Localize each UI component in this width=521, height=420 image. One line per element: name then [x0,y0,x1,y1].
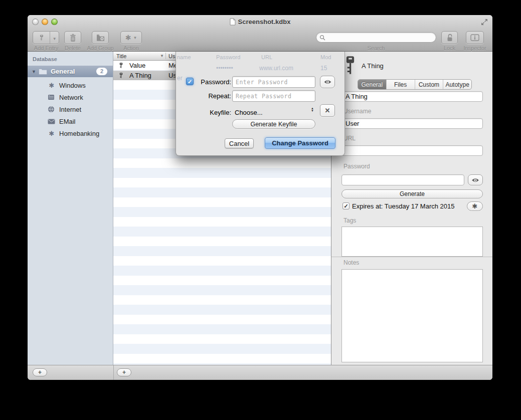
show-password-button[interactable] [468,174,483,185]
search-field[interactable] [316,32,436,43]
close-icon: ✕ [325,107,330,114]
key-icon [118,62,124,69]
window-title-area: Screenshot.kdbx [28,15,492,29]
gear-icon: ✱ [48,130,56,137]
show-password-button[interactable] [320,76,335,88]
inspector-entry-title: A Thing [362,62,384,70]
ghost-modified-value: 15 [320,65,327,72]
sidebar-item-email[interactable]: EMail [28,115,113,127]
toolbar: ▼ Add Entry Delete Add Group ✱ ▼ A [28,29,492,52]
bottom-bar: + + [28,365,492,380]
ghost-column-url: URL [261,54,272,60]
title-field[interactable] [341,91,483,102]
username-field[interactable] [341,118,483,129]
entry-title: A Thing [129,72,151,79]
lock-button[interactable] [441,31,458,44]
ghost-url-value: www.url.com [259,65,293,72]
entry-count-badge: 2 [96,68,107,75]
add-entry-footer-button[interactable]: + [117,368,131,376]
document-icon [230,18,236,26]
divider [331,257,492,257]
sidebar-item-windows[interactable]: ✱ Windows [28,79,113,91]
tab-autotype[interactable]: Autotype [443,80,471,89]
eye-icon [323,79,332,85]
sidebar-item-network[interactable]: Network [28,91,113,103]
gear-icon: ✱ [472,202,478,210]
sidebar-group-general[interactable]: ▼ General 2 [28,66,113,77]
add-entry-button[interactable]: ▼ [33,31,59,44]
sidebar-section-header: Database [33,56,57,62]
add-group-label: Add Group [78,45,123,51]
generate-password-button[interactable]: Generate [341,189,483,198]
url-field[interactable] [341,145,483,156]
sidebar-item-internet[interactable]: Internet [28,103,113,115]
generate-keyfile-button[interactable]: Generate Keyfile [232,119,315,129]
chevron-down-icon: ▼ [133,36,137,40]
add-group-footer-button[interactable]: + [33,368,47,376]
column-header-username[interactable]: Us [168,53,175,59]
repeat-password-input[interactable] [232,90,315,102]
sheet-keyfile-label: Keyfile: [185,109,231,116]
lock-label: Lock [439,45,460,51]
tab-custom[interactable]: Custom [415,80,443,89]
expires-checkbox[interactable]: ✓ [342,202,350,209]
clear-keyfile-button[interactable]: ✕ [320,104,335,117]
expires-settings-button[interactable]: ✱ [467,201,483,211]
lock-open-icon [446,34,453,42]
folder-icon [39,68,47,75]
ghost-username-value: er [177,75,183,82]
trash-icon [70,34,76,42]
username-label: Username [343,108,371,115]
password-field[interactable] [341,174,464,185]
disclosure-triangle-icon[interactable]: ▼ [32,69,36,74]
info-icon [470,34,479,41]
column-divider[interactable] [165,53,166,59]
globe-icon [48,106,56,113]
stepper-icon[interactable]: ▲▼ [311,107,314,112]
notes-label: Notes [343,259,359,266]
fullscreen-icon[interactable] [481,19,488,26]
keyfile-popup[interactable]: Choose... [235,109,263,116]
expires-label: Expires at: Tuesday 17 March 2015 [352,202,455,210]
tab-files[interactable]: Files [386,80,415,89]
entry-title: Value [129,62,145,69]
inspector-label: Inspector [459,45,491,51]
server-icon [48,94,56,101]
sidebar: Database ▼ General 2 ✱ Windows Network [28,52,113,365]
sheet-repeat-label: Repeat: [185,92,231,100]
url-label: URL [343,135,356,142]
search-icon [319,35,325,41]
inspector-panel: A Thing General Files Custom Autotype Us… [331,52,492,365]
add-entry-dropdown[interactable]: ▼ [50,33,59,42]
new-password-input[interactable] [232,76,315,88]
window-title: Screenshot.kdbx [238,18,291,26]
search-label: Search [316,45,436,51]
eye-icon [471,177,479,183]
ghost-column-password: Password [216,54,240,60]
action-label: Action [120,45,142,51]
inspector-tabs: General Files Custom Autotype [358,79,472,90]
divider [113,365,114,380]
tags-field[interactable] [341,227,483,257]
tags-label: Tags [343,217,356,224]
gear-icon: ✱ [125,34,131,41]
key-icon [343,56,357,75]
sidebar-item-homebanking[interactable]: ✱ Homebanking [28,127,113,139]
search-input[interactable] [325,34,426,41]
action-button[interactable]: ✱ ▼ [120,31,142,44]
app-window: Screenshot.kdbx ▼ Add Entry [28,15,492,380]
change-password-button[interactable]: Change Password [265,137,335,149]
cancel-button[interactable]: Cancel [225,138,254,148]
notes-field[interactable] [341,269,483,362]
inspector-button[interactable] [466,31,484,44]
tab-general[interactable]: General [358,80,386,89]
password-label: Password [343,163,370,170]
add-group-button[interactable] [92,31,109,44]
ghost-password-dots: •••••••• [216,65,233,72]
envelope-icon [48,119,56,124]
chevron-down-icon: ▼ [53,37,57,41]
key-icon [118,72,124,79]
delete-button[interactable] [64,31,81,44]
column-header-title[interactable]: Title [116,53,126,59]
change-password-sheet: name Password URL Mod •••••••• www.url.c… [176,52,345,156]
